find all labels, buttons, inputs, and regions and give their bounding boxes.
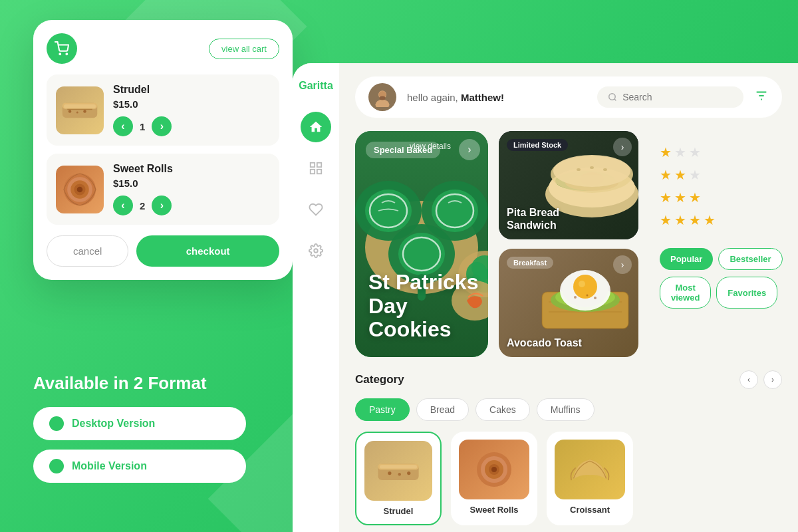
cancel-button[interactable]: cancel [47,235,128,267]
svg-point-64 [587,295,589,297]
cart-item-strudel-qty: ‹ 1 › [113,116,270,136]
tag-bestseller[interactable]: Bestseller [718,248,782,270]
tag-favorites[interactable]: Favorites [716,277,777,309]
category-pills: Pastry Bread Cakes Muffins [355,398,782,421]
svg-point-23 [609,94,615,100]
mobile-version-dot [49,459,64,473]
svg-point-20 [376,100,390,107]
search-input[interactable] [622,92,733,102]
sidebar-item-favorites[interactable] [301,194,331,225]
category-pill-pastry[interactable]: Pastry [355,398,410,421]
svg-point-71 [407,471,410,475]
mobile-version-button[interactable]: Mobile Version [33,450,246,483]
product-img-strudel [364,441,432,501]
svg-rect-5 [64,104,96,108]
product-card-croissant[interactable]: Croissant [547,432,633,525]
product-name-strudel: Strudel [364,506,432,516]
search-bar[interactable] [597,86,743,108]
product-card-sweet-rolls[interactable]: Sweet Rolls [451,432,537,525]
star-1-1: ★ [660,144,672,160]
mobile-version-label: Mobile Version [72,460,147,472]
rolls-increase-btn[interactable]: › [152,196,172,215]
avocado-arrow[interactable]: › [613,255,632,274]
product-img-rolls [459,440,529,499]
star-4-1: ★ [660,212,672,228]
cart-item-rolls-name: Sweet Rolls [113,163,270,175]
cart-item-strudel-name: Strudel [113,84,270,96]
featured-arrow-btn[interactable]: › [459,139,480,160]
category-header: Category ‹ › [355,370,782,389]
main-content: hello again, Matthew! [339,63,798,532]
svg-point-29 [365,190,412,232]
stars-row-2: ★ ★ ★ [660,167,771,183]
strudel-decrease-btn[interactable]: ‹ [113,116,133,136]
rolls-qty-value: 2 [140,200,145,211]
featured-main-card[interactable]: Special Baked view details › St Patricks… [355,131,488,357]
star-3-2: ★ [674,190,686,205]
checkout-button[interactable]: checkout [136,235,279,267]
svg-point-69 [388,471,391,475]
stars-row-1: ★ ★ ★ [660,144,771,160]
product-name-rolls: Sweet Rolls [459,505,529,515]
versions-section: Available in 2 Format Desktop Version Mo… [33,373,246,492]
svg-point-6 [68,110,72,113]
cart-actions: cancel checkout [47,235,279,267]
category-section: Category ‹ › Pastry Bread Cakes Muffins [355,370,782,421]
pita-bread-card[interactable]: Limited Stock › Pita BreadSandwich [499,131,638,239]
strudel-qty-value: 1 [140,121,145,132]
sidebar-item-home[interactable] [301,112,331,142]
desktop-version-label: Desktop Version [72,418,155,430]
stars-row-4: ★ ★ ★ ★ [660,212,771,228]
desktop-version-button[interactable]: Desktop Version [33,407,246,440]
cart-item-sweet-rolls: Sweet Rolls $15.0 ‹ 2 › [47,154,279,225]
pita-arrow[interactable]: › [613,138,632,156]
desktop-app-panel: Garitta [293,63,798,532]
featured-section: Special Baked view details › St Patricks… [355,131,782,357]
featured-title: St Patricks DayCookies [368,271,488,341]
category-nav-arrows: ‹ › [739,370,782,389]
star-1-2: ★ [674,144,686,160]
available-title: Available in 2 Format [33,373,246,394]
category-pill-bread[interactable]: Bread [416,398,469,421]
username: Matthew! [461,92,504,103]
tag-popular[interactable]: Popular [660,248,713,270]
view-all-cart-button[interactable]: view all cart [209,39,279,59]
pita-title: Pita BreadSandwich [507,206,559,231]
stars-row-3: ★ ★ ★ [660,190,771,205]
avocado-toast-card[interactable]: Breakfast › Avocado Toast [499,249,638,357]
sidebar-item-settings[interactable] [301,235,331,266]
svg-point-8 [83,110,86,113]
sidebar-item-grid[interactable] [301,153,331,184]
svg-point-61 [573,275,597,299]
desktop-version-dot [49,416,64,431]
pita-badge: Limited Stock [507,139,568,151]
svg-rect-15 [317,163,321,167]
filter-icon[interactable] [754,88,769,106]
cart-main-icon[interactable] [47,33,77,64]
featured-view-details: view details [410,142,451,151]
category-pill-cakes[interactable]: Cakes [475,398,530,421]
svg-point-49 [553,155,630,187]
tags-row-2: Most viewed Favorites [660,277,771,309]
svg-rect-16 [311,170,315,174]
product-img-croissant [555,440,625,499]
avocado-badge: Breakfast [507,257,553,269]
ratings-section: ★ ★ ★ ★ ★ ★ ★ ★ ★ [660,144,771,235]
svg-point-18 [314,249,318,253]
svg-rect-17 [317,170,321,174]
app-header: hello again, Matthew! [355,76,782,118]
category-pill-muffins[interactable]: Muffins [537,398,595,421]
cart-item-strudel-info: Strudel $15.0 ‹ 1 › [113,84,270,136]
rolls-decrease-btn[interactable]: ‹ [113,196,133,215]
product-name-croissant: Croissant [555,505,625,515]
svg-point-0 [59,53,61,55]
svg-point-31 [432,190,478,232]
category-prev-btn[interactable]: ‹ [739,370,758,389]
product-card-strudel[interactable]: Strudel [355,432,442,525]
category-next-btn[interactable]: › [763,370,782,389]
greeting-text: hello again, Matthew! [407,92,587,103]
svg-point-63 [574,296,577,299]
product-grid: Strudel Sweet Rolls [355,432,782,525]
tag-most-viewed[interactable]: Most viewed [660,277,711,309]
strudel-increase-btn[interactable]: › [152,116,172,136]
